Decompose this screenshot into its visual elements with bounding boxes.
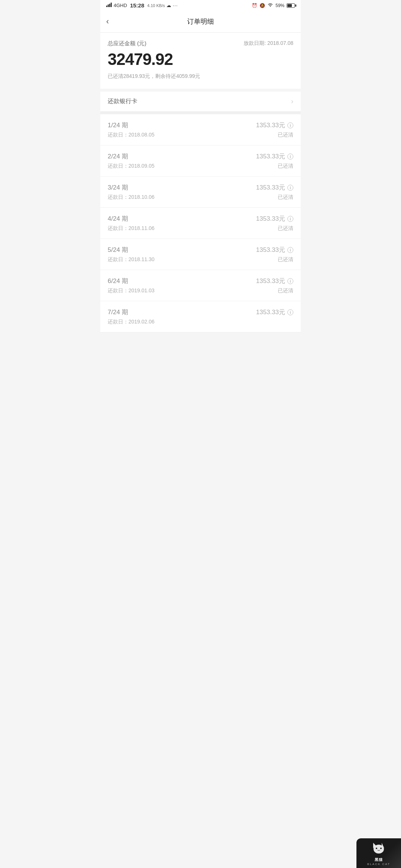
installment-status-4: 已还清 [256,256,293,263]
installment-right-2: 1353.33元 i 已还清 [256,183,293,201]
network-speed: 4.10 KB/s [147,3,165,8]
installment-right-3: 1353.33元 i 已还清 [256,214,293,232]
info-icon-6[interactable]: i [287,309,293,315]
total-amount-value: 32479.92 [108,50,293,69]
installment-period-3: 4/24 期 [108,214,154,223]
back-button[interactable]: ‹ [106,15,112,28]
svg-point-4 [270,6,271,7]
installment-period-6: 7/24 期 [108,308,154,316]
installment-due-1: 还款日：2018.09.05 [108,163,154,170]
installment-due-4: 还款日：2018.11.30 [108,256,154,263]
installment-amount-0: 1353.33元 i [256,121,293,129]
status-bar: 4GHD 15:28 4.10 KB/s ☁ ··· ⏰ 🔕 59% [100,0,301,11]
installment-due-2: 还款日：2018.10.06 [108,194,154,201]
total-amount-label: 总应还金额 (元) [108,40,146,47]
signal-icon [106,3,112,8]
installment-status-1: 已还清 [256,163,293,170]
dots-icon: ··· [173,3,178,8]
installment-left-5: 6/24 期 还款日：2019.01.03 [108,277,154,294]
mute-icon: 🔕 [260,3,265,8]
info-icon-2[interactable]: i [287,185,293,191]
alarm-icon: ⏰ [252,3,257,8]
installment-left-2: 3/24 期 还款日：2018.10.06 [108,183,154,201]
installment-item: 5/24 期 还款日：2018.11.30 1353.33元 i 已还清 [100,239,301,270]
installment-item: 7/24 期 还款日：2019.02.06 1353.33元 i [100,301,301,332]
bank-card-row[interactable]: 还款银行卡 › [100,92,301,114]
installment-due-0: 还款日：2018.08.05 [108,132,154,138]
installment-period-1: 2/24 期 [108,152,154,161]
installment-left-0: 1/24 期 还款日：2018.08.05 [108,121,154,138]
battery-percent: 59% [276,3,284,8]
installment-item: 3/24 期 还款日：2018.10.06 1353.33元 i 已还清 [100,177,301,208]
installment-status-2: 已还清 [256,194,293,201]
installment-left-1: 2/24 期 还款日：2018.09.05 [108,152,154,170]
svg-rect-0 [106,6,107,7]
info-icon-4[interactable]: i [287,247,293,253]
installment-left-3: 4/24 期 还款日：2018.11.06 [108,214,154,232]
status-right: ⏰ 🔕 59% [252,3,295,8]
page-header: ‹ 订单明细 [100,11,301,33]
wifi-icon [267,3,273,8]
installment-right-5: 1353.33元 i 已还清 [256,277,293,294]
svg-rect-1 [108,4,109,7]
installment-amount-2: 1353.33元 i [256,183,293,192]
battery-icon [287,3,295,8]
bank-card-label: 还款银行卡 [108,98,137,105]
installment-item: 1/24 期 还款日：2018.08.05 1353.33元 i 已还清 [100,114,301,145]
time-display: 15:28 [130,2,144,9]
loan-date: 放款日期: 2018.07.08 [244,40,293,47]
installment-due-6: 还款日：2019.02.06 [108,319,154,325]
installment-due-3: 还款日：2018.11.06 [108,225,154,232]
installment-left-4: 5/24 期 还款日：2018.11.30 [108,246,154,263]
svg-rect-3 [111,3,112,7]
summary-section: 总应还金额 (元) 放款日期: 2018.07.08 32479.92 已还清2… [100,33,301,89]
summary-header: 总应还金额 (元) 放款日期: 2018.07.08 [108,40,293,47]
repayment-detail: 已还清28419.93元，剩余待还4059.99元 [108,73,293,80]
signal-label: 4GHD [114,3,127,8]
info-icon-1[interactable]: i [287,154,293,160]
installment-amount-4: 1353.33元 i [256,246,293,254]
installment-right-1: 1353.33元 i 已还清 [256,152,293,170]
installment-period-2: 3/24 期 [108,183,154,192]
installment-right-0: 1353.33元 i 已还清 [256,121,293,138]
installment-item: 4/24 期 还款日：2018.11.06 1353.33元 i 已还清 [100,208,301,239]
installment-status-0: 已还清 [256,132,293,138]
installment-period-0: 1/24 期 [108,121,154,129]
installment-left-6: 7/24 期 还款日：2019.02.06 [108,308,154,325]
info-icon-0[interactable]: i [287,122,293,128]
installment-list: 1/24 期 还款日：2018.08.05 1353.33元 i 已还清 2/2… [100,114,301,332]
installment-right-6: 1353.33元 i [256,308,293,319]
installment-due-5: 还款日：2019.01.03 [108,287,154,294]
installment-amount-3: 1353.33元 i [256,214,293,223]
cloud-icon: ☁ [166,3,171,8]
installment-amount-1: 1353.33元 i [256,152,293,161]
installment-period-5: 6/24 期 [108,277,154,285]
status-left: 4GHD 15:28 4.10 KB/s ☁ ··· [106,2,178,9]
installment-status-3: 已还清 [256,225,293,232]
installment-amount-5: 1353.33元 i [256,277,293,285]
installment-item: 2/24 期 还款日：2018.09.05 1353.33元 i 已还清 [100,145,301,177]
installment-period-4: 5/24 期 [108,246,154,254]
installment-amount-6: 1353.33元 i [256,308,293,316]
svg-rect-2 [109,4,110,7]
chevron-right-icon: › [291,98,293,105]
installment-right-4: 1353.33元 i 已还清 [256,246,293,263]
info-icon-5[interactable]: i [287,278,293,284]
installment-status-5: 已还清 [256,287,293,294]
page-title: 订单明细 [187,17,214,26]
info-icon-3[interactable]: i [287,216,293,222]
installment-item: 6/24 期 还款日：2019.01.03 1353.33元 i 已还清 [100,270,301,301]
